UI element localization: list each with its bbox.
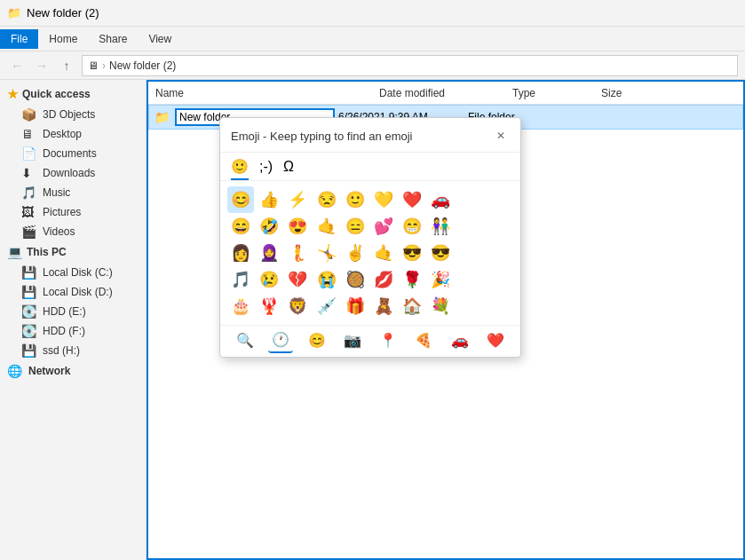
emoji-cell[interactable]: 🏠 <box>399 293 425 319</box>
emoji-cell[interactable]: 🎵 <box>227 266 254 293</box>
emoji-places-tab[interactable]: 📍 <box>376 328 400 352</box>
emoji-food-tab[interactable]: 🍕 <box>411 328 436 352</box>
sidebar-item-downloads[interactable]: ⬇ Downloads <box>0 163 146 183</box>
this-pc-icon: 💻 <box>7 245 23 259</box>
this-pc-label: This PC <box>27 246 67 258</box>
col-type-header[interactable]: Type <box>512 87 601 99</box>
emoji-cell[interactable]: 💛 <box>370 186 397 213</box>
sidebar-item-hdd-f-label: HDD (F:) <box>43 325 85 337</box>
emoji-cell[interactable]: 💕 <box>370 213 397 240</box>
emoji-cell[interactable] <box>456 186 483 213</box>
emoji-tab-symbol[interactable]: Ω <box>283 159 294 180</box>
sidebar-item-videos[interactable]: 🎬 Videos <box>0 222 146 241</box>
emoji-cell[interactable]: 💐 <box>427 293 454 319</box>
emoji-grid: 😊 👍 ⚡ 😒 🙂 💛 ❤️ 🚗 😄 🤣 😍 🤙 😑 💕 😁 👫 <box>220 181 520 325</box>
emoji-cell[interactable]: 👫 <box>427 213 454 240</box>
sidebar-item-pictures[interactable]: 🖼 Pictures <box>0 202 146 222</box>
emoji-cell[interactable]: 💋 <box>370 266 397 293</box>
emoji-cell[interactable]: 🤸 <box>313 240 340 266</box>
desktop-icon: 🖥 <box>21 127 37 141</box>
network-label: Network <box>28 365 70 377</box>
sidebar-item-ssd-h[interactable]: 💾 ssd (H:) <box>0 341 146 360</box>
emoji-cell[interactable]: 🙂 <box>342 186 369 213</box>
emoji-panel-title: Emoji - Keep typing to find an emoji <box>231 130 413 143</box>
menu-view[interactable]: View <box>138 29 182 49</box>
sidebar-item-3d-objects[interactable]: 📦 3D Objects <box>0 105 146 124</box>
emoji-cell[interactable]: 😒 <box>313 186 340 213</box>
emoji-recent-tab[interactable]: 🕐 <box>268 327 293 353</box>
emoji-cell[interactable]: 🧜 <box>284 240 311 266</box>
emoji-travel-tab[interactable]: 🚗 <box>448 328 472 352</box>
emoji-cell[interactable]: 💔 <box>284 266 311 293</box>
emoji-cell[interactable] <box>485 293 511 319</box>
col-name-header[interactable]: Name <box>148 87 379 99</box>
emoji-cell[interactable]: 👍 <box>256 186 282 213</box>
emoji-cell[interactable]: 😎 <box>399 240 425 266</box>
emoji-cell[interactable]: 🤣 <box>256 213 282 240</box>
emoji-smiley-tab[interactable]: 😊 <box>305 328 329 352</box>
emoji-cell[interactable] <box>485 266 511 293</box>
menu-share[interactable]: Share <box>88 29 138 49</box>
emoji-cell[interactable]: 🎉 <box>427 266 454 293</box>
sidebar-item-documents[interactable]: 📄 Documents <box>0 144 146 163</box>
emoji-cell[interactable]: ⚡ <box>284 186 311 213</box>
emoji-cell[interactable]: 🚗 <box>427 186 454 213</box>
emoji-cell[interactable] <box>456 213 483 240</box>
emoji-cell[interactable]: 😁 <box>399 213 425 240</box>
emoji-cell[interactable]: ✌️ <box>342 240 369 266</box>
emoji-cell[interactable]: 🧸 <box>370 293 397 319</box>
sidebar-quick-access[interactable]: ★ Quick access <box>0 83 146 105</box>
emoji-cell[interactable] <box>456 266 483 293</box>
back-button[interactable]: ← <box>7 56 27 75</box>
emoji-cell[interactable]: 🤙 <box>313 213 340 240</box>
emoji-cell[interactable]: 👩 <box>227 240 254 266</box>
emoji-cell[interactable]: 🦁 <box>284 293 311 319</box>
emoji-cell[interactable] <box>485 213 511 240</box>
emoji-cell[interactable]: 🌹 <box>399 266 425 293</box>
emoji-cell[interactable]: 💉 <box>313 293 340 319</box>
sidebar-item-hdd-e[interactable]: 💽 HDD (E:) <box>0 302 146 321</box>
emoji-cell[interactable]: 😊 <box>227 186 254 213</box>
emoji-cell[interactable]: 🎁 <box>342 293 369 319</box>
emoji-people-tab[interactable]: 📷 <box>340 328 365 352</box>
emoji-cell[interactable]: 🧕 <box>256 240 282 266</box>
emoji-cell[interactable] <box>456 293 483 319</box>
network-icon: 🌐 <box>7 364 23 378</box>
documents-icon: 📄 <box>21 146 37 161</box>
emoji-cell[interactable] <box>456 240 483 266</box>
emoji-cell[interactable]: 😢 <box>256 266 282 293</box>
emoji-cell[interactable]: 😭 <box>313 266 340 293</box>
emoji-tab-text[interactable]: ;-) <box>259 159 273 180</box>
menu-home[interactable]: Home <box>38 29 88 49</box>
sidebar-item-music[interactable]: 🎵 Music <box>0 183 146 202</box>
emoji-cell[interactable]: ❤️ <box>399 186 425 213</box>
sidebar-this-pc[interactable]: 💻 This PC <box>0 241 146 263</box>
menu-file[interactable]: File <box>0 29 38 49</box>
emoji-cell[interactable]: 🤙 <box>370 240 397 266</box>
sidebar-network[interactable]: 🌐 Network <box>0 360 146 382</box>
emoji-cell[interactable] <box>485 240 511 266</box>
emoji-cell[interactable]: 🎂 <box>227 293 254 319</box>
emoji-cell[interactable] <box>485 186 511 213</box>
emoji-tab-smiley[interactable]: 🙂 <box>231 158 249 180</box>
breadcrumb[interactable]: 🖥 › New folder New folder (2) <box>82 55 738 76</box>
sidebar-item-local-d[interactable]: 💾 Local Disk (D:) <box>0 282 146 302</box>
emoji-close-button[interactable]: ✕ <box>492 127 510 145</box>
col-date-header[interactable]: Date modified <box>379 87 512 99</box>
sidebar-item-hdd-f[interactable]: 💽 HDD (F:) <box>0 321 146 341</box>
emoji-cell[interactable]: 😎 <box>427 240 454 266</box>
sidebar-item-local-c[interactable]: 💾 Local Disk (C:) <box>0 263 146 282</box>
window-icon: 📁 <box>7 6 21 20</box>
up-button[interactable]: ↑ <box>57 56 76 75</box>
forward-button[interactable]: → <box>32 56 52 75</box>
emoji-cell[interactable]: 🥘 <box>342 266 369 293</box>
emoji-search-tab[interactable]: 🔍 <box>233 328 258 352</box>
emoji-cell[interactable]: 😍 <box>284 213 311 240</box>
emoji-symbols-tab[interactable]: ❤️ <box>483 328 508 352</box>
emoji-cell[interactable]: 😑 <box>342 213 369 240</box>
emoji-cell[interactable]: 🦞 <box>256 293 282 319</box>
emoji-cell[interactable]: 😄 <box>227 213 254 240</box>
col-size-header[interactable]: Size <box>601 87 672 99</box>
hdd-e-icon: 💽 <box>21 304 37 319</box>
sidebar-item-desktop[interactable]: 🖥 Desktop <box>0 124 146 144</box>
